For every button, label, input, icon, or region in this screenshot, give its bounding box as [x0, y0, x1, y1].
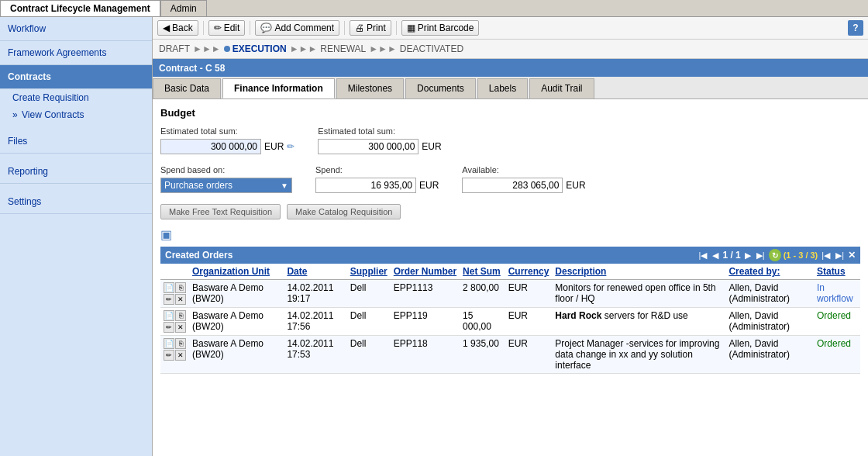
last-page-button-2[interactable]: ▶| — [834, 250, 846, 261]
tab-audit-trail[interactable]: Audit Trail — [529, 78, 594, 98]
add-comment-button[interactable]: 💬 Add Comment — [255, 20, 339, 36]
col-description[interactable]: Description — [552, 264, 725, 280]
row-icon-copy[interactable]: ⎘ — [175, 310, 186, 321]
col-supplier[interactable]: Supplier — [347, 264, 391, 280]
toolbar-separator-2 — [250, 21, 250, 35]
sidebar-item-reporting[interactable]: Reporting — [0, 160, 152, 184]
toolbar-separator-3 — [344, 21, 345, 35]
back-button[interactable]: ◀ Back — [157, 20, 198, 36]
cell-supplier: Dell — [347, 280, 391, 308]
print-barcode-button[interactable]: ▦ Print Barcode — [401, 20, 480, 36]
orders-title: Created Orders — [165, 250, 698, 261]
first-page-button[interactable]: |◀ — [698, 250, 709, 261]
available-label: Available: — [462, 165, 585, 174]
currency-2: EUR — [422, 141, 441, 152]
estimated-value-row-2: EUR — [318, 139, 441, 154]
col-org-unit[interactable]: Organization Unit — [189, 264, 284, 280]
cell-currency: EUR — [505, 308, 553, 336]
cell-org_unit: Basware A Demo (BW20) — [189, 336, 284, 374]
cell-status: In workflow — [814, 280, 860, 308]
col-net-sum[interactable]: Net Sum — [460, 264, 505, 280]
cell-org_unit: Basware A Demo (BW20) — [189, 308, 284, 336]
sidebar-item-view-contracts[interactable]: » View Contracts — [0, 106, 152, 123]
estimated-input-1[interactable] — [160, 139, 261, 154]
cell-org_unit: Basware A Demo (BW20) — [189, 280, 284, 308]
orders-count: (1 - 3 / 3) — [784, 250, 818, 260]
row-icon-copy[interactable]: ⎘ — [175, 282, 186, 293]
make-free-text-button[interactable]: Make Free Text Requisition — [160, 204, 281, 219]
execution-dot — [224, 46, 230, 52]
arrow-3: ►►► — [369, 43, 397, 54]
toolbar-separator-1 — [203, 21, 204, 35]
prev-page-button[interactable]: ◀ — [711, 250, 720, 261]
budget-field-estimated-2: Estimated total sum: EUR — [318, 126, 441, 154]
col-status[interactable]: Status — [814, 264, 860, 280]
spend-label: Spend: — [315, 165, 439, 174]
export-icon[interactable]: ▣ — [160, 228, 172, 241]
admin-tab[interactable]: Admin — [160, 0, 207, 16]
tab-documents[interactable]: Documents — [405, 78, 476, 98]
orders-nav: |◀ ◀ 1 / 1 ▶ ▶| ↻ (1 - 3 / 3) |◀ ▶| ✕ — [698, 249, 856, 261]
back-icon: ◀ — [163, 22, 170, 33]
cell-created_by: Allen, David (Administrator) — [725, 280, 814, 308]
sidebar-item-framework-agreements[interactable]: Framework Agreements — [0, 41, 152, 65]
cell-status: Ordered — [814, 336, 860, 374]
spend-based-select[interactable]: Purchase orders ▼ — [160, 178, 292, 193]
close-orders-icon[interactable]: ✕ — [848, 250, 856, 261]
status-deactivated: DEACTIVATED — [400, 43, 463, 54]
cell-date: 14.02.2011 17:56 — [284, 308, 346, 336]
row-icon-edit[interactable]: ✏ — [164, 294, 174, 305]
col-created-by[interactable]: Created by: — [725, 264, 814, 280]
row-icon-edit[interactable]: ✏ — [164, 350, 174, 361]
first-page-button-2[interactable]: |◀ — [820, 250, 832, 261]
row-icon-copy[interactable]: ⎘ — [175, 338, 186, 349]
tab-finance-information[interactable]: Finance Information — [222, 78, 335, 98]
toolbar-separator-4 — [396, 21, 397, 35]
help-button[interactable]: ? — [848, 20, 863, 36]
budget-title: Budget — [160, 107, 860, 119]
row-icon-del[interactable]: ✕ — [175, 350, 186, 361]
row-icon-doc[interactable]: 📄 — [164, 338, 174, 349]
comment-icon: 💬 — [260, 22, 272, 33]
last-page-button[interactable]: ▶| — [755, 250, 766, 261]
col-currency[interactable]: Currency — [505, 264, 553, 280]
estimated-label-2: Estimated total sum: — [318, 126, 441, 136]
make-catalog-button[interactable]: Make Catalog Requisition — [287, 204, 401, 219]
next-page-button[interactable]: ▶ — [743, 250, 753, 261]
row-icon-del[interactable]: ✕ — [175, 322, 186, 333]
available-input[interactable] — [462, 178, 563, 193]
spend-input[interactable] — [315, 178, 416, 193]
edit-pencil-icon[interactable]: ✏ — [287, 141, 294, 152]
tab-labels[interactable]: Labels — [477, 78, 528, 98]
row-icon-doc[interactable]: 📄 — [164, 282, 174, 293]
sub-arrow: » — [12, 109, 20, 120]
sidebar-item-create-requisition[interactable]: Create Requisition — [0, 89, 152, 106]
cell-currency: EUR — [505, 280, 553, 308]
tab-bar: Basic Data Finance Information Milestone… — [153, 77, 868, 99]
cell-created_by: Allen, David (Administrator) — [725, 308, 814, 336]
sidebar-item-contracts[interactable]: Contracts — [0, 65, 152, 89]
row-icon-doc[interactable]: 📄 — [164, 310, 174, 321]
spend-row: Spend based on: Purchase orders ▼ Spend:… — [160, 165, 860, 193]
tab-milestones[interactable]: Milestones — [336, 78, 404, 98]
status-renewal: RENEWAL — [320, 43, 366, 54]
tab-basic-data[interactable]: Basic Data — [153, 78, 221, 98]
cell-currency: EUR — [505, 336, 553, 374]
col-date[interactable]: Date — [284, 264, 346, 280]
row-icon-edit[interactable]: ✏ — [164, 322, 174, 333]
sidebar-item-files[interactable]: Files — [0, 130, 152, 154]
col-order-number[interactable]: Order Number — [391, 264, 460, 280]
sidebar-item-settings[interactable]: Settings — [0, 190, 152, 214]
print-icon: 🖨 — [355, 22, 364, 33]
admin-tab-label: Admin — [170, 3, 197, 14]
print-button[interactable]: 🖨 Print — [350, 20, 391, 36]
edit-button[interactable]: ✏ Edit — [208, 20, 246, 36]
estimated-input-2[interactable] — [318, 139, 418, 154]
spend-currency: EUR — [419, 180, 439, 191]
sidebar-item-workflow[interactable]: Workflow — [0, 17, 152, 41]
refresh-button[interactable]: ↻ — [769, 249, 781, 261]
row-icon-del[interactable]: ✕ — [175, 294, 186, 305]
estimated-value-row-1: EUR ✏ — [160, 139, 294, 154]
row-icons-cell: 📄⎘✏✕ — [160, 336, 189, 374]
app-title-tab[interactable]: Contract Lifecycle Management — [0, 0, 160, 16]
